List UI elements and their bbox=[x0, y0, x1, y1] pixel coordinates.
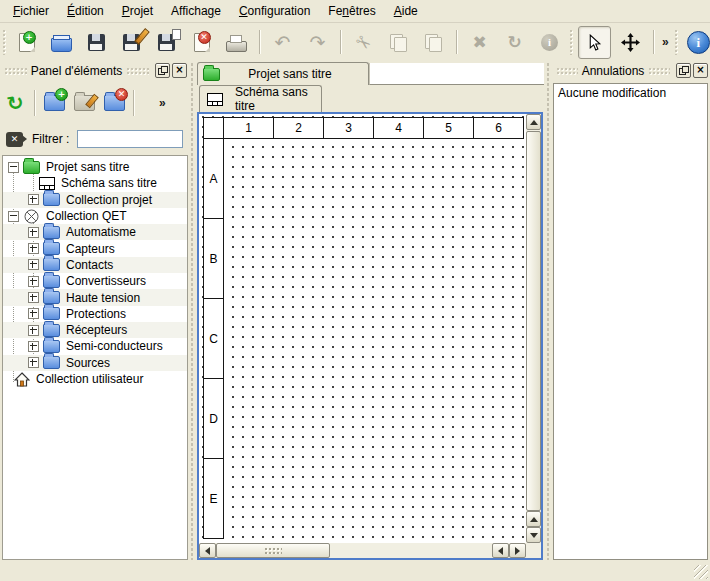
elements-panel-titlebar[interactable]: Panel d'éléments × bbox=[0, 62, 190, 79]
tree-item-convertisseurs[interactable]: Convertisseurs bbox=[3, 273, 187, 289]
tree-item-collection-qet[interactable]: Collection QET bbox=[3, 208, 187, 224]
collapse-expander[interactable] bbox=[8, 162, 19, 173]
horizontal-scroll-thumb[interactable] bbox=[216, 543, 330, 558]
left-splitter[interactable] bbox=[190, 62, 195, 560]
toolbar-drag-handle[interactable] bbox=[2, 29, 7, 55]
save-button[interactable] bbox=[81, 27, 112, 58]
save-all-button[interactable] bbox=[151, 27, 182, 58]
expand-expander[interactable] bbox=[28, 276, 39, 287]
toolbar-drag-handle[interactable] bbox=[674, 29, 679, 55]
delete-category-button[interactable]: ✕ bbox=[99, 88, 129, 118]
expand-expander[interactable] bbox=[28, 243, 39, 254]
grid-row-header: D bbox=[203, 378, 224, 459]
scroll-up-button[interactable] bbox=[526, 511, 541, 527]
expand-expander[interactable] bbox=[28, 259, 39, 270]
redo-button[interactable]: ↷ bbox=[302, 27, 333, 58]
vertical-scroll-thumb[interactable] bbox=[526, 131, 541, 511]
close-document-button[interactable]: ✕ bbox=[186, 27, 217, 58]
right-splitter[interactable] bbox=[546, 62, 551, 560]
select-tool-button[interactable] bbox=[578, 26, 611, 59]
menu-fichier[interactable]: Fichier bbox=[4, 0, 58, 22]
print-button[interactable] bbox=[221, 27, 252, 58]
toolbar-overflow-chevron[interactable]: » bbox=[659, 35, 672, 49]
undo-panel-titlebar[interactable]: Annulations × bbox=[552, 62, 710, 79]
tree-item-capteurs[interactable]: Capteurs bbox=[3, 240, 187, 256]
grid-column-header: 4 bbox=[373, 117, 424, 139]
qelectrotech-window: Fichier Édition Projet Affichage Configu… bbox=[0, 0, 710, 581]
toolbar-separator bbox=[259, 30, 260, 54]
expand-expander[interactable] bbox=[28, 325, 39, 336]
horizontal-scrollbar[interactable] bbox=[199, 543, 526, 558]
folder-icon bbox=[43, 225, 60, 240]
clear-filter-button[interactable]: ✕ bbox=[6, 132, 23, 147]
tree-item-projet-sans-titre[interactable]: Projet sans titre bbox=[3, 159, 187, 175]
close-panel-button[interactable]: × bbox=[172, 63, 187, 78]
tree-item-collection-projet[interactable]: Collection projet bbox=[3, 192, 187, 208]
scroll-down-button[interactable] bbox=[526, 527, 541, 543]
folder-icon bbox=[43, 241, 60, 256]
float-panel-button[interactable] bbox=[155, 63, 170, 78]
diagram-canvas[interactable]: 1 2 3 4 5 6 A B C D E bbox=[199, 114, 526, 543]
tree-item-contacts[interactable]: Contacts bbox=[3, 257, 187, 273]
edit-category-button[interactable] bbox=[69, 88, 99, 118]
toolbar-drag-handle[interactable] bbox=[569, 29, 574, 55]
project-folder-icon bbox=[203, 67, 220, 82]
vertical-scrollbar[interactable] bbox=[526, 114, 541, 543]
menu-edition[interactable]: Édition bbox=[58, 0, 113, 22]
panel-overflow-chevron[interactable]: » bbox=[156, 96, 169, 110]
tree-item-semi-conducteurs[interactable]: Semi-conducteurs bbox=[3, 338, 187, 354]
save-as-button[interactable] bbox=[116, 27, 147, 58]
tree-item-recepteurs[interactable]: Récepteurs bbox=[3, 322, 187, 338]
float-panel-button[interactable] bbox=[676, 63, 691, 78]
delete-button[interactable]: ✖ bbox=[464, 27, 495, 58]
expand-expander[interactable] bbox=[28, 308, 39, 319]
tree-item-schema-sans-titre[interactable]: Schéma sans titre bbox=[3, 175, 187, 191]
expand-expander[interactable] bbox=[28, 341, 39, 352]
scroll-left-button[interactable] bbox=[492, 543, 509, 558]
filter-input[interactable] bbox=[77, 130, 183, 148]
pan-view-button[interactable] bbox=[615, 27, 646, 58]
project-tabbar-empty bbox=[369, 63, 544, 85]
undo-history-list[interactable]: Aucune modification bbox=[553, 83, 708, 560]
tree-item-sources[interactable]: Sources bbox=[3, 355, 187, 371]
expand-expander[interactable] bbox=[28, 194, 39, 205]
scroll-right-button[interactable] bbox=[509, 543, 526, 558]
new-document-button[interactable]: + bbox=[11, 27, 42, 58]
cursor-arrow-icon bbox=[586, 34, 603, 51]
tree-item-haute-tension[interactable]: Haute tension bbox=[3, 289, 187, 305]
reload-collections-button[interactable]: ↻ bbox=[0, 88, 30, 118]
menu-projet[interactable]: Projet bbox=[113, 0, 162, 22]
folder-icon bbox=[43, 323, 60, 338]
paste-button[interactable] bbox=[418, 27, 449, 58]
expand-expander[interactable] bbox=[28, 357, 39, 368]
open-document-button[interactable] bbox=[46, 27, 77, 58]
tree-item-protections[interactable]: Protections bbox=[3, 306, 187, 322]
scroll-left-button[interactable] bbox=[199, 543, 216, 558]
scroll-up-button[interactable] bbox=[526, 114, 541, 130]
menu-configuration[interactable]: Configuration bbox=[230, 0, 319, 22]
window-resize-grip[interactable] bbox=[694, 565, 708, 579]
rotate-button[interactable]: ↻ bbox=[499, 27, 530, 58]
tree-item-automatisme[interactable]: Automatisme bbox=[3, 224, 187, 240]
grid-column-header: 2 bbox=[273, 117, 324, 139]
refresh-icon: ↻ bbox=[5, 92, 25, 115]
collapse-expander[interactable] bbox=[8, 211, 19, 222]
copy-button[interactable] bbox=[383, 27, 414, 58]
undo-button[interactable]: ↶ bbox=[267, 27, 298, 58]
menu-aide[interactable]: Aide bbox=[385, 0, 427, 22]
menu-affichage[interactable]: Affichage bbox=[162, 0, 230, 22]
about-button[interactable]: i bbox=[683, 27, 710, 58]
close-panel-button[interactable]: × bbox=[693, 63, 708, 78]
project-window-tab[interactable]: Projet sans titre bbox=[197, 62, 369, 85]
expand-expander[interactable] bbox=[28, 227, 39, 238]
delete-icon: ✖ bbox=[472, 32, 486, 52]
menu-fenetres[interactable]: Fenêtres bbox=[319, 0, 384, 22]
undo-list-item[interactable]: Aucune modification bbox=[554, 84, 707, 102]
tree-item-collection-utilisateur[interactable]: Collection utilisateur bbox=[3, 371, 187, 387]
new-category-button[interactable]: + bbox=[39, 88, 69, 118]
expand-expander[interactable] bbox=[28, 292, 39, 303]
element-info-button[interactable]: i bbox=[534, 27, 565, 58]
cut-button[interactable]: ✂ bbox=[348, 27, 379, 58]
diagram-tab[interactable]: Schéma sans titre bbox=[199, 85, 322, 112]
qet-collection-icon bbox=[23, 209, 40, 224]
